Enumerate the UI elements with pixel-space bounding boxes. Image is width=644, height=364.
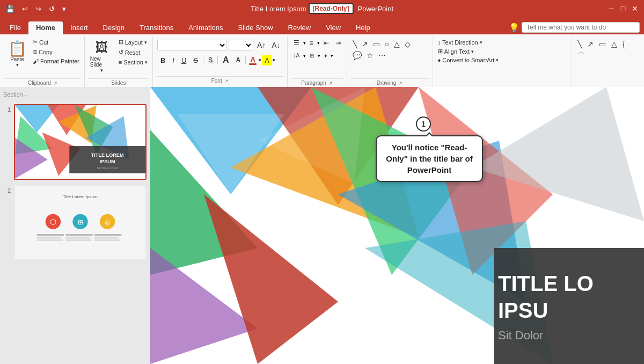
more-shapes-button[interactable]: ⋯ [376,50,388,61]
quick-access: 💾 ↩ ↪ ↺ ▾ [4,4,68,13]
tab-slideshow[interactable]: Slide Show [230,21,280,34]
slide-item-2[interactable]: 2 Title Lorem Ipsum ⬡ ⊞ ◎ [3,185,147,261]
text-direction-button[interactable]: ↕A [291,51,303,60]
diamond-tool[interactable]: ◇ [402,39,413,49]
text-dir-icon: ↕ [438,39,441,46]
font-expand-icon[interactable]: ↗ [224,78,229,84]
highlight-dropdown[interactable]: ▾ [273,57,275,63]
repeat-icon[interactable]: ↺ [47,4,56,13]
reset-icon: ↺ [119,49,123,56]
tab-design[interactable]: Design [96,21,132,34]
arrow-tool[interactable]: ↗ [360,39,370,49]
italic-button[interactable]: I [169,55,178,66]
callout-shape-tool[interactable]: 💬 [350,50,364,61]
tab-insert[interactable]: Insert [63,21,96,34]
slide-thumb-inner-2: Title Lorem Ipsum ⬡ ⊞ ◎ [15,186,145,260]
slide-thumb-2[interactable]: Title Lorem Ipsum ⬡ ⊞ ◎ [14,185,147,261]
paragraph-label: Paragraph ↗ [291,78,343,87]
tab-help[interactable]: Help [348,21,378,34]
customize-icon[interactable]: ▾ [61,4,68,13]
close-button[interactable]: ✕ [630,4,640,13]
underline-button[interactable]: U [178,55,189,66]
bold-button[interactable]: B [157,55,169,66]
app-name: PowerPoint [358,5,393,13]
brace-right[interactable]: { [620,39,627,49]
format-painter-button[interactable]: 🖌 Format Painter [31,57,81,65]
shadow-button[interactable]: S [205,55,216,65]
smartart-label: Convert to SmartArt [442,57,494,63]
increase-text-button[interactable]: A [219,54,232,67]
window-controls: ─ □ ✕ [606,4,640,13]
format-separator [203,56,203,64]
svg-text:TITLE LOREM: TITLE LOREM [91,152,124,158]
svg-text:◎: ◎ [105,219,110,226]
triangle-tool[interactable]: △ [392,39,402,49]
copy-button[interactable]: ⧉ Copy [31,47,81,56]
font-family-select[interactable] [157,40,227,50]
indent-decrease-button[interactable]: ⇤ [321,38,332,48]
font-label: Font ↗ [157,76,283,85]
indent-increase-button[interactable]: ⇥ [333,38,343,48]
smartart-button[interactable]: ♦ [321,51,330,60]
slide-item-1[interactable]: 1 [3,104,147,180]
redo-icon[interactable]: ↪ [34,4,43,13]
ellipse-tool[interactable]: ○ [383,39,391,49]
curve-right[interactable]: ⌒ [575,50,587,62]
numbering-dropdown[interactable]: ▾ [317,40,320,46]
drawing-expand-icon[interactable]: ↗ [398,81,402,86]
paste-button[interactable]: 📋 Paste ▾ [4,38,30,71]
layout-button[interactable]: ⊟ Layout ▾ [117,38,149,47]
font-color-button[interactable]: A [247,55,258,65]
ribbon-group-font: A↑ A↓ B I U S S A A A [153,37,288,87]
star-tool[interactable]: ☆ [364,50,376,61]
maximize-button[interactable]: □ [618,4,628,13]
numbering-button[interactable]: ≡ [307,38,316,48]
align-dropdown[interactable]: ▾ [318,53,320,59]
smartart-dropdown[interactable]: ▾ [331,53,333,59]
tab-animations[interactable]: Animations [181,21,230,34]
cut-button[interactable]: ✂ Cut [31,38,81,47]
text-direction-right-button[interactable]: ↕ Text Direction ▾ [436,39,501,46]
clipboard-expand-icon[interactable]: ↗ [53,81,57,86]
line-right[interactable]: ╲ [575,39,584,49]
bullets-button[interactable]: ☰ [291,38,302,48]
paste-dropdown-icon[interactable]: ▾ [16,62,19,68]
svg-rect-23 [37,239,63,241]
minimize-button[interactable]: ─ [606,4,616,13]
arrow-right[interactable]: ↗ [585,39,596,49]
bullets-dropdown[interactable]: ▾ [303,40,306,46]
undo-icon[interactable]: ↩ [20,4,30,13]
decrease-font-button[interactable]: A↓ [269,40,282,50]
highlight-color-button[interactable]: A [262,55,272,65]
increase-font-button[interactable]: A↑ [255,40,268,50]
tab-view[interactable]: View [318,21,348,34]
main-area: Section - 1 [0,87,644,364]
tri-right[interactable]: △ [609,39,619,49]
tab-transitions[interactable]: Transitions [132,21,181,34]
text-dir-dropdown[interactable]: ▾ [303,53,306,59]
align-text-right-button[interactable]: ⊞ Align Text ▾ [436,47,501,55]
paragraph-expand-icon[interactable]: ↗ [328,81,333,86]
new-slide-dropdown-icon[interactable]: ▾ [100,68,103,73]
line-tool[interactable]: ╲ [350,39,359,49]
section-button[interactable]: ≡ Section ▾ [117,58,149,67]
convert-smartart-button[interactable]: ♦ Convert to SmartArt ▾ [436,56,501,64]
shape-area: ╲ ↗ ▭ ○ △ ◇ 💬 ☆ ⋯ [350,38,420,62]
align-text-button[interactable]: ⊞ [307,51,317,60]
slide-thumb-1[interactable]: TITLE LOREM IPSUM Sit Dolor worid [14,104,147,180]
strikethrough-button[interactable]: S [190,55,201,66]
reset-button[interactable]: ↺ Reset [117,48,149,57]
tab-home[interactable]: Home [28,21,63,34]
new-slide-button[interactable]: 🖼 New Slide ▾ [88,38,116,71]
ribbon-search-input[interactable] [522,22,640,33]
decrease-text-button[interactable]: A [233,55,244,65]
font-color-dropdown[interactable]: ▾ [259,57,261,63]
save-icon[interactable]: 💾 [4,4,16,13]
callout-box: You'll notice "Read-Only" in the title b… [376,135,483,182]
tab-review[interactable]: Review [281,21,319,34]
font-size-select[interactable] [229,40,253,50]
tab-file[interactable]: File [2,21,28,34]
rect-tool[interactable]: ▭ [371,39,382,49]
rect-right[interactable]: ▭ [597,39,608,49]
drawing-items: ╲ ↗ ▭ ○ △ ◇ 💬 ☆ ⋯ [350,37,429,78]
